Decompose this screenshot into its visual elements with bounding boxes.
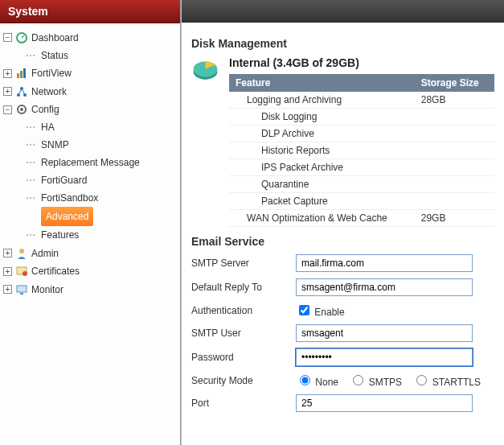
tree-connector-icon: ⋯ (26, 171, 36, 189)
certificate-icon (15, 265, 28, 278)
tree-connector-icon: ⋯ (26, 154, 36, 171)
expand-icon[interactable]: + (3, 267, 12, 276)
nav-item-fortiguard[interactable]: ⋯FortiGuard (26, 171, 87, 189)
nav-label: SNMP (41, 136, 69, 154)
table-row: DLP Archive (229, 126, 494, 142)
nav-item-features[interactable]: ⋯Features (26, 226, 79, 244)
toolbar (182, 0, 504, 23)
nav-item-fortiview[interactable]: + FortiView (3, 64, 72, 82)
label-authentication: Authentication (191, 305, 288, 316)
email-form: SMTP Server Default Reply To Authenticat… (191, 254, 494, 412)
nav-item-dashboard[interactable]: − Dashboard (3, 29, 79, 47)
nav-item-monitor[interactable]: + Monitor (3, 281, 64, 299)
nav-item-admin[interactable]: + Admin (3, 245, 59, 262)
tree-connector-icon: ⋯ (26, 118, 36, 136)
svg-rect-2 (20, 71, 23, 78)
table-row: Quarantine (229, 176, 494, 193)
col-feature: Feature (229, 74, 415, 92)
main-content: Disk Management Internal (3.4GB of 29GB)… (181, 0, 504, 445)
nav-label: Network (31, 83, 67, 101)
table-row: Disk Logging (229, 109, 494, 126)
nav-label: Advanced (41, 207, 93, 226)
chart-bar-icon (15, 67, 28, 80)
table-row: Packet Capture (229, 193, 494, 210)
tree-connector-icon: ⋯ (26, 208, 36, 225)
nav-label: Monitor (31, 281, 64, 299)
nav-item-snmp[interactable]: ⋯SNMP (26, 136, 69, 154)
nav-label: Replacement Message (41, 154, 140, 171)
label-enable: Enable (314, 307, 344, 318)
nav-label: FortiSandbox (41, 189, 98, 207)
label-port: Port (191, 398, 288, 409)
disk-section-title: Disk Management (191, 37, 494, 50)
tree-connector-icon: ⋯ (26, 226, 36, 244)
table-row: Logging and Archiving28GB (229, 92, 494, 109)
collapse-icon[interactable]: − (3, 33, 12, 42)
tree-connector-icon: ⋯ (26, 47, 36, 64)
network-icon (15, 85, 28, 98)
disk-internal-title: Internal (3.4GB of 29GB) (229, 56, 494, 69)
monitor-icon (15, 283, 28, 296)
security-none-radio[interactable] (300, 375, 310, 385)
tree-connector-icon: ⋯ (26, 189, 36, 207)
gear-icon (15, 103, 28, 116)
nav-item-advanced[interactable]: ⋯Advanced (26, 207, 93, 226)
label-security-mode: Security Mode (191, 375, 288, 386)
nav-tree: − Dashboard ⋯ Status + FortiView (0, 23, 180, 303)
label-password: Password (191, 352, 288, 363)
nav-item-certificates[interactable]: + Certificates (3, 262, 80, 280)
expand-icon[interactable]: + (3, 249, 12, 258)
nav-label: Status (41, 47, 68, 64)
nav-label: FortiGuard (41, 171, 87, 189)
nav-item-fortisandbox[interactable]: ⋯FortiSandbox (26, 189, 98, 207)
nav-item-status[interactable]: ⋯ Status (26, 47, 68, 64)
nav-label: Admin (31, 245, 59, 262)
expand-icon[interactable]: + (3, 69, 12, 78)
auth-enable-checkbox[interactable] (299, 305, 309, 315)
expand-icon[interactable]: + (3, 87, 12, 96)
svg-point-8 (20, 108, 23, 111)
expand-icon[interactable]: + (3, 285, 12, 294)
nav-label: HA (41, 118, 55, 136)
smtp-server-input[interactable] (296, 254, 473, 272)
dashboard-icon (15, 31, 28, 44)
email-section-title: Email Service (191, 235, 494, 248)
smtp-user-input[interactable] (296, 324, 473, 342)
nav-label: Dashboard (31, 29, 79, 47)
disk-feature-table: Feature Storage Size Logging and Archivi… (229, 74, 494, 227)
label-reply-to: Default Reply To (191, 282, 288, 293)
user-icon (15, 247, 28, 260)
nav-item-network[interactable]: + Network (3, 83, 67, 101)
col-storage: Storage Size (415, 74, 494, 92)
tree-connector-icon: ⋯ (26, 136, 36, 154)
security-smtps-radio[interactable] (353, 375, 363, 385)
pie-chart-icon (191, 56, 219, 89)
password-input[interactable] (296, 348, 473, 366)
reply-to-input[interactable] (296, 278, 473, 296)
nav-label: Certificates (31, 262, 80, 280)
nav-label: FortiView (31, 64, 72, 82)
table-row: Historic Reports (229, 142, 494, 159)
nav-item-ha[interactable]: ⋯HA (26, 118, 55, 136)
nav-item-replacement-message[interactable]: ⋯Replacement Message (26, 154, 140, 171)
sidebar: System − Dashboard ⋯ Status + (0, 0, 181, 445)
svg-rect-1 (17, 73, 19, 78)
label-smtp-user: SMTP User (191, 328, 288, 339)
table-row: IPS Packet Archive (229, 159, 494, 176)
nav-item-config[interactable]: − Config (3, 101, 59, 118)
port-input[interactable] (296, 394, 473, 412)
table-row: WAN Optimization & Web Cache29GB (229, 210, 494, 227)
security-starttls-radio[interactable] (416, 375, 427, 385)
nav-label: Config (31, 101, 59, 118)
sidebar-title: System (0, 0, 180, 23)
svg-point-11 (23, 271, 27, 276)
svg-point-9 (19, 249, 24, 253)
svg-rect-3 (23, 68, 26, 78)
nav-label: Features (41, 226, 79, 244)
svg-rect-13 (20, 293, 23, 295)
label-smtp-server: SMTP Server (191, 258, 288, 269)
svg-rect-12 (17, 286, 27, 292)
collapse-icon[interactable]: − (3, 105, 12, 114)
